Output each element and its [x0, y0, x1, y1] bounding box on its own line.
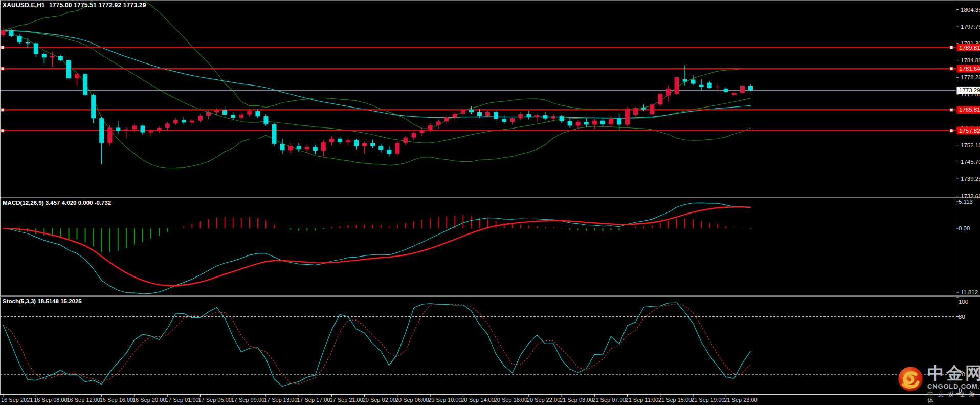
time-tick-label: 17 Sep 13:00 [264, 397, 297, 403]
line-handle [950, 108, 953, 111]
candle-body [26, 42, 30, 44]
time-tick-label: 16 Sep 08:00 [34, 397, 67, 403]
candle-body [107, 127, 112, 142]
candle-body [198, 116, 203, 121]
candle-body [17, 36, 22, 42]
stoch-tick-label: 0 [959, 388, 962, 394]
candle-body [461, 110, 465, 114]
candle-body [412, 133, 416, 138]
candle-body [428, 125, 433, 130]
stoch-k-line [3, 303, 751, 387]
time-tick-label: 17 Sep 21:00 [329, 397, 363, 403]
stoch-axis: 10080200 [956, 297, 969, 394]
bollinger-bands [3, 0, 751, 168]
time-tick-label: 17 Sep 09:00 [231, 397, 264, 403]
bollinger-lower [3, 30, 751, 168]
time-tick-label: 21 Sep 07:00 [592, 397, 626, 403]
time-tick-label: 17 Sep 17:00 [297, 397, 330, 403]
candle-body [354, 140, 359, 146]
candle-body [600, 121, 605, 124]
candle-body [173, 120, 178, 123]
candle-body [157, 128, 162, 131]
candle-body [477, 112, 482, 116]
candle-body [740, 86, 745, 93]
time-tick-label: 16 Sep 12:00 [66, 397, 100, 403]
candle-body [707, 83, 712, 88]
candle-body [732, 93, 737, 95]
line-handle [950, 46, 953, 49]
candle-body [724, 89, 728, 92]
candle-body [691, 80, 696, 84]
macd-tick-label: -11.812 [959, 289, 978, 295]
candle-body [297, 146, 301, 149]
candle-body [305, 147, 309, 149]
candle-body [83, 74, 87, 95]
candle-body [444, 117, 449, 121]
candle-body [190, 121, 194, 123]
price-tag-label: 1765.81 [959, 106, 980, 113]
macd-tick-label: 5.113 [959, 199, 973, 205]
price-tag-label: 1781.64 [959, 66, 980, 72]
candle-body [518, 114, 523, 118]
candle-body [239, 115, 243, 118]
time-tick-label: 16 Sep 2021 [1, 397, 33, 403]
stoch-tick-label: 100 [959, 299, 968, 305]
candle-body [231, 115, 235, 118]
candle-body [510, 118, 515, 122]
candle-body [387, 150, 391, 154]
time-tick-label: 21 Sep 15:00 [658, 397, 692, 403]
candle-body [584, 122, 589, 124]
candle-body [214, 110, 219, 112]
candle-body [568, 121, 572, 126]
macd-line [3, 203, 751, 294]
price-tag-label: 1773.29 [959, 87, 980, 93]
macd-histogram [3, 215, 750, 252]
candle-body [124, 129, 128, 131]
time-tick-label: 16 Sep 16:00 [100, 397, 133, 403]
candles-layer [1, 28, 753, 164]
candle-body [313, 147, 318, 151]
candle-body [329, 139, 334, 142]
candle-body [453, 114, 457, 117]
price-tick-label: 1739.25 [961, 176, 980, 182]
price-tick-label: 1778.25 [961, 74, 980, 80]
candle-body [321, 142, 326, 151]
macd-axis: 5.1130.00-11.812 [956, 199, 978, 295]
time-tick-label: 20 Sep 06:00 [395, 397, 429, 403]
candle-body [551, 116, 556, 119]
candle-body [420, 130, 425, 133]
candle-body [116, 127, 120, 131]
candle-body [395, 143, 399, 154]
price-tick-label: 1797.75 [961, 24, 980, 30]
candle-body [650, 104, 654, 114]
price-tick-label: 1732.65 [961, 193, 980, 199]
candle-body [699, 85, 704, 87]
chart-canvas[interactable]: 1804.351797.751791.301784.851778.251771.… [0, 0, 980, 405]
ema-line [3, 30, 751, 118]
price-lines [0, 46, 956, 132]
candle-body [182, 120, 186, 122]
candle-body [272, 124, 276, 144]
candle-body [42, 54, 47, 57]
time-tick-label: 20 Sep 14:00 [461, 397, 494, 403]
candle-body [58, 56, 63, 60]
macd-tick-label: 0.00 [959, 225, 970, 231]
time-tick-label: 21 Sep 11:00 [626, 397, 659, 403]
candle-body [666, 89, 671, 96]
candle-body [592, 121, 597, 125]
candle-body [633, 108, 638, 115]
line-handle [950, 129, 953, 132]
candle-body [206, 112, 211, 116]
candle-body [9, 30, 14, 36]
stoch-indicator-label: Stoch(5,3,3) 18.5148 15.2025 [3, 298, 82, 304]
candle-body [141, 125, 145, 132]
time-tick-label: 20 Sep 22:00 [527, 397, 560, 403]
candle-body [658, 94, 662, 104]
candle-body [50, 56, 55, 58]
candle-body [625, 109, 630, 124]
stoch-levels [0, 317, 956, 375]
candle-body [748, 86, 753, 91]
candle-body [247, 111, 252, 114]
candle-body [576, 122, 581, 125]
candle-body [560, 116, 564, 121]
